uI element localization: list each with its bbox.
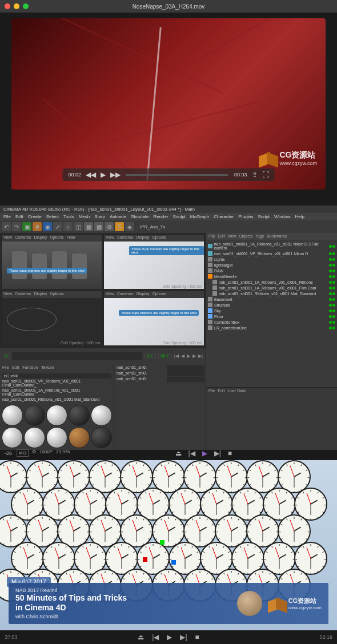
maximize-button[interactable] — [23, 3, 29, 9]
minimize-button[interactable] — [14, 3, 19, 9]
obj-menu-edit[interactable]: Edit — [218, 234, 224, 239]
material-item[interactable]: nab_scn01_shl001_Ribbons_v01_cl001 Mat_S… — [2, 397, 111, 402]
obj-menu-bookmarks[interactable]: Bookmarks — [267, 234, 287, 239]
material-preview[interactable] — [2, 405, 23, 426]
object-tree-item[interactable]: nab_scn01_shl001_1A_Ribbons_v01_cl001 Ni… — [208, 242, 335, 251]
mat-tab-function[interactable]: Function — [22, 365, 38, 371]
menu-render[interactable]: Render — [153, 214, 168, 219]
object-tree-item[interactable]: RAW — [208, 268, 335, 273]
object-tree-item[interactable]: Structure — [208, 302, 335, 308]
attr-menu-edit[interactable]: Edit — [218, 389, 224, 393]
menu-window[interactable]: Window — [274, 214, 290, 219]
menu-sculpt[interactable]: Sculpt — [173, 214, 186, 219]
mat-tab-texture[interactable]: Texture — [41, 365, 54, 371]
eject-icon[interactable]: ⏏ — [175, 449, 182, 457]
play-button[interactable]: ▶ — [101, 171, 106, 179]
obj-menu-view[interactable]: View — [227, 234, 236, 239]
video-viewport[interactable]: 00:02 ◀◀ ▶ ▶▶ -00:03 ⇪ ⛶ CG资源站 www.cgzyw… — [11, 18, 326, 190]
timeline-track[interactable] — [12, 352, 142, 360]
viewport-perspective[interactable]: ViewCamerasDisplayOptionsFilter Those cu… — [1, 234, 102, 289]
menu-select[interactable]: Select — [46, 214, 59, 219]
scrubber[interactable] — [125, 174, 228, 176]
menu-tools[interactable]: Tools — [63, 214, 74, 219]
material-preview[interactable] — [46, 405, 67, 426]
coord-icon[interactable]: ◫ — [74, 222, 83, 231]
share-icon[interactable]: ⇪ — [252, 171, 258, 179]
material-preview[interactable] — [24, 405, 45, 426]
viewport-right[interactable]: ViewCamerasDisplayOptions Grid Spacing :… — [1, 291, 102, 346]
object-tree-item[interactable]: MeshNeedle — [208, 273, 335, 279]
play-icon[interactable]: ▶ — [167, 633, 172, 641]
obj-menu-objects[interactable]: Objects — [239, 234, 252, 239]
menu-animate[interactable]: Animate — [110, 214, 126, 219]
redo-icon[interactable]: ↷ — [12, 222, 21, 231]
menu-simulate[interactable]: Simulate — [131, 214, 149, 219]
resolution-label[interactable]: 1080P — [39, 449, 53, 457]
mat-tab-edit[interactable]: Edit — [12, 365, 19, 371]
material-item[interactable]: nab_scn01_shl001_VP_Ribbons_v01_cl001 Fi… — [2, 379, 111, 388]
object-tree-item[interactable]: Sky — [208, 308, 335, 313]
menu-snap[interactable]: Snap — [94, 214, 105, 219]
object-tree-item[interactable]: nab_scn01_shl001_1A_Ribbons_v01_cl001_Rb… — [208, 279, 335, 285]
render-pv-icon[interactable]: ▦ — [94, 222, 103, 231]
scale-tool-icon[interactable]: ⤢ — [53, 222, 62, 231]
object-tree-item[interactable]: nab_scn01_shl001_Ribbons_v01_cl001 Mat_S… — [208, 291, 335, 296]
material-preview[interactable] — [91, 427, 112, 448]
dope-track[interactable] — [167, 365, 204, 371]
make-editable-icon[interactable]: ◈ — [125, 222, 134, 231]
obj-menu-tags[interactable]: Tags — [255, 234, 264, 239]
select-tool-icon[interactable]: ▣ — [22, 222, 31, 231]
close-button[interactable] — [5, 3, 10, 9]
menu-create[interactable]: Create — [28, 214, 42, 219]
obj-menu-file[interactable]: File — [208, 234, 215, 239]
gizmo-z-axis[interactable] — [171, 560, 176, 565]
menu-mesh[interactable]: Mesh — [79, 214, 90, 219]
material-preview[interactable] — [2, 427, 23, 448]
object-tree-item[interactable]: Floor — [208, 313, 335, 319]
attr-menu-file[interactable]: File — [208, 389, 215, 393]
menu-plugins[interactable]: Plugins — [238, 214, 253, 219]
dope-item[interactable]: nab_scn01_shl0. — [115, 377, 167, 383]
material-preview[interactable] — [69, 405, 90, 426]
eject-icon[interactable]: ⏏ — [138, 633, 144, 641]
undo-icon[interactable]: ↶ — [2, 222, 11, 231]
menu-file[interactable]: File — [3, 214, 11, 219]
render-settings-icon[interactable]: ⚙ — [105, 222, 114, 231]
object-tree-item[interactable]: Basement — [208, 296, 335, 302]
menu-help[interactable]: Help — [295, 214, 304, 219]
move-tool-icon[interactable]: ✥ — [33, 222, 42, 231]
viewport-front[interactable]: ViewCamerasDisplayOptions Those cups mar… — [103, 291, 204, 346]
axis-icon[interactable]: ⊹ — [63, 222, 73, 231]
object-tree-item[interactable]: lightTarget — [208, 262, 335, 268]
material-preview[interactable] — [69, 427, 90, 448]
dope-track[interactable] — [167, 371, 204, 377]
gear-icon[interactable]: ⚙ — [32, 449, 36, 457]
object-tree-item[interactable]: nab_scn01_shl001_VP_Ribbons_v01_cl001 Ni… — [208, 251, 335, 256]
menu-character[interactable]: Character — [214, 214, 234, 219]
mat-tab-file[interactable]: File — [2, 365, 9, 371]
stop-icon[interactable]: ■ — [195, 633, 199, 641]
object-tree-item[interactable]: LR_correctionOne — [208, 325, 335, 331]
timeline-end[interactable]: 90 F — [158, 353, 172, 359]
prev-track-icon[interactable]: |◀ — [152, 633, 159, 641]
attr-menu-userdata[interactable]: User Data — [227, 389, 246, 393]
material-preview[interactable] — [46, 427, 67, 448]
timeline-current[interactable]: 0 F — [145, 353, 156, 359]
viewport-top[interactable]: ViewCamerasDisplayOptions Those cups mar… — [103, 234, 204, 289]
arnold-icon[interactable]: S — [115, 222, 124, 231]
playback-prev-icon[interactable]: ◀ — [181, 353, 184, 359]
stop-icon[interactable]: ■ — [228, 449, 232, 457]
gizmo-y-axis[interactable] — [160, 540, 165, 545]
menu-mograph[interactable]: MoGraph — [190, 214, 209, 219]
next-track-icon[interactable]: ▶| — [180, 633, 187, 641]
dope-track[interactable] — [167, 377, 204, 383]
playback-first-icon[interactable]: |◀ — [174, 353, 179, 359]
dope-item[interactable]: nab_scn01_shl0. — [115, 371, 167, 377]
object-tree-item[interactable]: Lights — [208, 256, 335, 262]
timeline-start[interactable]: 0 — [3, 353, 10, 359]
prev-track-icon[interactable]: |◀ — [188, 449, 195, 457]
next-track-icon[interactable]: ▶| — [214, 449, 221, 457]
rewind-button[interactable]: ◀◀ — [86, 171, 96, 179]
object-tree-item[interactable]: CorrectionBox — [208, 319, 335, 325]
menu-edit[interactable]: Edit — [15, 214, 23, 219]
